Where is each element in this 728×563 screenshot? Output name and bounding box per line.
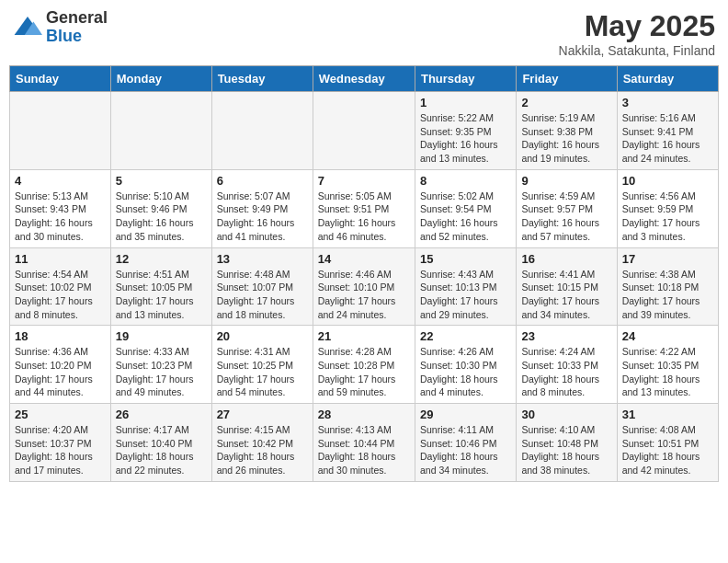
day-number: 19 (116, 329, 207, 343)
calendar-cell: 28Sunrise: 4:13 AM Sunset: 10:44 PM Dayl… (313, 404, 415, 482)
day-info: Sunrise: 4:28 AM Sunset: 10:28 PM Daylig… (318, 345, 410, 399)
day-info: Sunrise: 5:16 AM Sunset: 9:41 PM Dayligh… (622, 111, 713, 166)
logo-blue-text: Blue (46, 28, 108, 46)
day-info: Sunrise: 4:20 AM Sunset: 10:37 PM Daylig… (15, 423, 106, 477)
day-info: Sunrise: 4:48 AM Sunset: 10:07 PM Daylig… (217, 268, 308, 322)
day-number: 14 (318, 252, 410, 266)
calendar-cell: 5Sunrise: 5:10 AM Sunset: 9:46 PM Daylig… (110, 169, 211, 247)
weekday-header-friday: Friday (517, 66, 617, 92)
day-number: 28 (318, 408, 410, 421)
day-info: Sunrise: 4:54 AM Sunset: 10:02 PM Daylig… (15, 268, 106, 322)
weekday-header-saturday: Saturday (617, 66, 718, 92)
calendar-cell: 12Sunrise: 4:51 AM Sunset: 10:05 PM Dayl… (110, 247, 211, 326)
day-info: Sunrise: 5:19 AM Sunset: 9:38 PM Dayligh… (521, 111, 611, 166)
day-info: Sunrise: 4:33 AM Sunset: 10:23 PM Daylig… (116, 345, 207, 399)
day-info: Sunrise: 4:08 AM Sunset: 10:51 PM Daylig… (622, 423, 713, 477)
day-number: 11 (15, 252, 106, 266)
calendar-cell: 14Sunrise: 4:46 AM Sunset: 10:10 PM Dayl… (313, 247, 415, 326)
calendar-cell: 25Sunrise: 4:20 AM Sunset: 10:37 PM Dayl… (10, 404, 111, 482)
weekday-header-tuesday: Tuesday (211, 66, 313, 92)
day-number: 22 (420, 329, 511, 343)
day-info: Sunrise: 4:59 AM Sunset: 9:57 PM Dayligh… (521, 190, 611, 244)
calendar-cell: 31Sunrise: 4:08 AM Sunset: 10:51 PM Dayl… (617, 404, 718, 482)
day-number: 18 (15, 329, 106, 343)
day-number: 2 (521, 96, 611, 109)
logo: General Blue (13, 9, 108, 46)
calendar-cell (110, 92, 211, 170)
day-number: 30 (521, 408, 611, 421)
day-number: 5 (116, 174, 207, 188)
day-info: Sunrise: 4:24 AM Sunset: 10:33 PM Daylig… (521, 345, 611, 399)
day-info: Sunrise: 5:05 AM Sunset: 9:51 PM Dayligh… (318, 190, 410, 244)
calendar-cell (313, 92, 415, 170)
month-title: May 2025 (559, 9, 715, 43)
calendar-cell: 7Sunrise: 5:05 AM Sunset: 9:51 PM Daylig… (313, 169, 415, 247)
calendar-cell: 15Sunrise: 4:43 AM Sunset: 10:13 PM Dayl… (415, 247, 516, 326)
day-info: Sunrise: 4:31 AM Sunset: 10:25 PM Daylig… (217, 345, 308, 399)
calendar-week-row: 18Sunrise: 4:36 AM Sunset: 10:20 PM Dayl… (10, 326, 719, 404)
day-number: 12 (116, 252, 207, 266)
day-info: Sunrise: 5:07 AM Sunset: 9:49 PM Dayligh… (217, 190, 308, 244)
day-number: 29 (420, 408, 511, 421)
calendar-cell: 24Sunrise: 4:22 AM Sunset: 10:35 PM Dayl… (617, 326, 718, 404)
calendar-cell: 19Sunrise: 4:33 AM Sunset: 10:23 PM Dayl… (110, 326, 211, 404)
day-info: Sunrise: 5:10 AM Sunset: 9:46 PM Dayligh… (116, 190, 207, 244)
day-number: 27 (217, 408, 308, 421)
day-info: Sunrise: 4:10 AM Sunset: 10:48 PM Daylig… (521, 423, 611, 477)
calendar-cell: 3Sunrise: 5:16 AM Sunset: 9:41 PM Daylig… (617, 92, 718, 170)
day-info: Sunrise: 4:26 AM Sunset: 10:30 PM Daylig… (420, 345, 511, 399)
calendar-cell: 30Sunrise: 4:10 AM Sunset: 10:48 PM Dayl… (517, 404, 617, 482)
day-info: Sunrise: 5:13 AM Sunset: 9:43 PM Dayligh… (15, 190, 106, 244)
calendar-cell: 21Sunrise: 4:28 AM Sunset: 10:28 PM Dayl… (313, 326, 415, 404)
day-number: 17 (622, 252, 713, 266)
calendar-cell: 23Sunrise: 4:24 AM Sunset: 10:33 PM Dayl… (517, 326, 617, 404)
day-number: 24 (622, 329, 713, 343)
day-number: 21 (318, 329, 410, 343)
day-info: Sunrise: 4:51 AM Sunset: 10:05 PM Daylig… (116, 268, 207, 322)
day-info: Sunrise: 4:22 AM Sunset: 10:35 PM Daylig… (622, 345, 713, 399)
day-number: 26 (116, 408, 207, 421)
calendar-cell: 26Sunrise: 4:17 AM Sunset: 10:40 PM Dayl… (110, 404, 211, 482)
logo-icon (13, 13, 42, 42)
calendar-cell (10, 92, 111, 170)
calendar-week-row: 25Sunrise: 4:20 AM Sunset: 10:37 PM Dayl… (10, 404, 719, 482)
day-info: Sunrise: 4:11 AM Sunset: 10:46 PM Daylig… (420, 423, 511, 477)
day-info: Sunrise: 5:22 AM Sunset: 9:35 PM Dayligh… (420, 111, 511, 166)
day-number: 16 (521, 252, 611, 266)
calendar-cell: 29Sunrise: 4:11 AM Sunset: 10:46 PM Dayl… (415, 404, 516, 482)
day-number: 23 (521, 329, 611, 343)
calendar-cell: 27Sunrise: 4:15 AM Sunset: 10:42 PM Dayl… (211, 404, 313, 482)
weekday-header-monday: Monday (110, 66, 211, 92)
logo-general-text: General (46, 9, 108, 28)
calendar-cell: 6Sunrise: 5:07 AM Sunset: 9:49 PM Daylig… (211, 169, 313, 247)
day-info: Sunrise: 4:46 AM Sunset: 10:10 PM Daylig… (318, 268, 410, 322)
logo-text: General Blue (46, 9, 108, 46)
calendar-cell: 10Sunrise: 4:56 AM Sunset: 9:59 PM Dayli… (617, 169, 718, 247)
calendar-week-row: 11Sunrise: 4:54 AM Sunset: 10:02 PM Dayl… (10, 247, 719, 326)
day-info: Sunrise: 4:56 AM Sunset: 9:59 PM Dayligh… (622, 190, 713, 244)
day-info: Sunrise: 4:38 AM Sunset: 10:18 PM Daylig… (622, 268, 713, 322)
calendar-cell (211, 92, 313, 170)
day-number: 4 (15, 174, 106, 188)
calendar-cell: 13Sunrise: 4:48 AM Sunset: 10:07 PM Dayl… (211, 247, 313, 326)
calendar-cell: 2Sunrise: 5:19 AM Sunset: 9:38 PM Daylig… (517, 92, 617, 170)
weekday-header-wednesday: Wednesday (313, 66, 415, 92)
calendar-cell: 16Sunrise: 4:41 AM Sunset: 10:15 PM Dayl… (517, 247, 617, 326)
calendar-cell: 18Sunrise: 4:36 AM Sunset: 10:20 PM Dayl… (10, 326, 111, 404)
day-info: Sunrise: 4:15 AM Sunset: 10:42 PM Daylig… (217, 423, 308, 477)
title-block: May 2025 Nakkila, Satakunta, Finland (559, 9, 715, 58)
calendar-cell: 1Sunrise: 5:22 AM Sunset: 9:35 PM Daylig… (415, 92, 516, 170)
day-number: 31 (622, 408, 713, 421)
day-info: Sunrise: 4:36 AM Sunset: 10:20 PM Daylig… (15, 345, 106, 399)
calendar-week-row: 4Sunrise: 5:13 AM Sunset: 9:43 PM Daylig… (10, 169, 719, 247)
calendar-cell: 17Sunrise: 4:38 AM Sunset: 10:18 PM Dayl… (617, 247, 718, 326)
day-number: 6 (217, 174, 308, 188)
day-info: Sunrise: 4:17 AM Sunset: 10:40 PM Daylig… (116, 423, 207, 477)
calendar-week-row: 1Sunrise: 5:22 AM Sunset: 9:35 PM Daylig… (10, 92, 719, 170)
day-number: 20 (217, 329, 308, 343)
day-number: 13 (217, 252, 308, 266)
weekday-header-sunday: Sunday (10, 66, 111, 92)
calendar-cell: 11Sunrise: 4:54 AM Sunset: 10:02 PM Dayl… (10, 247, 111, 326)
calendar-cell: 8Sunrise: 5:02 AM Sunset: 9:54 PM Daylig… (415, 169, 516, 247)
day-number: 7 (318, 174, 410, 188)
